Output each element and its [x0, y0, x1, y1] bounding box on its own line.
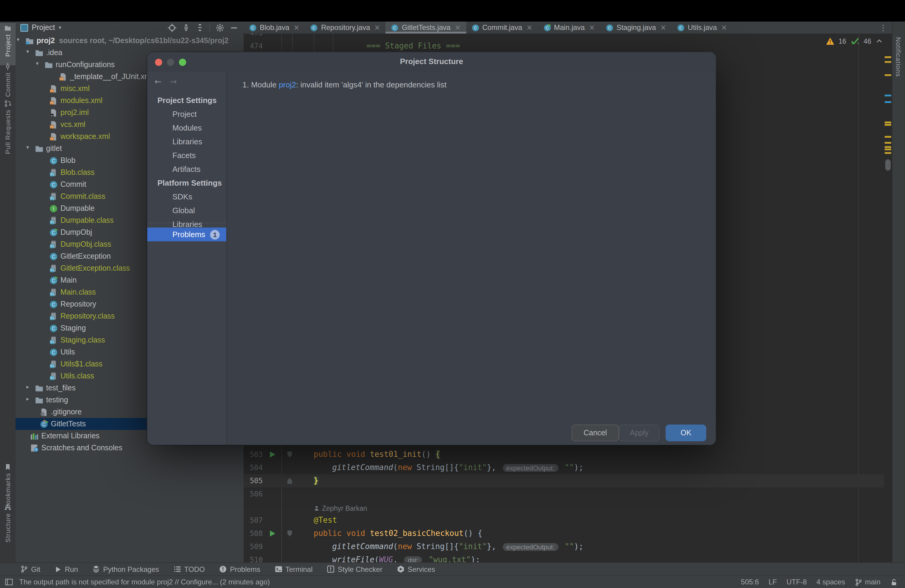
warning-stripe-mark[interactable]: [884, 146, 891, 148]
tool-window-layout-icon[interactable]: [5, 578, 13, 586]
editor-error-stripe[interactable]: [884, 33, 892, 562]
toolwindow-button-terminal[interactable]: Terminal: [275, 565, 313, 573]
expand-arrow-icon[interactable]: ▸: [26, 396, 29, 402]
sidebar-item-libraries[interactable]: Libraries: [147, 135, 226, 148]
collapse-arrow-icon[interactable]: ▾: [26, 49, 29, 54]
code-author-inlay[interactable]: Zephyr Barkan: [314, 502, 367, 515]
line-number: 506: [244, 488, 263, 501]
collapse-arrow-icon[interactable]: ▾: [26, 144, 29, 150]
expand-all-icon[interactable]: [182, 23, 191, 32]
code-text: }: [314, 474, 318, 488]
ok-button[interactable]: OK: [665, 424, 706, 441]
close-tab-icon[interactable]: ×: [721, 23, 727, 32]
info-stripe-mark[interactable]: [884, 101, 891, 103]
stripe-item-notifications[interactable]: Notifications: [895, 37, 902, 77]
code-line-503[interactable]: 503public void test01_init() {: [244, 448, 884, 461]
sidebar-item-project[interactable]: Project: [147, 107, 226, 121]
close-tab-icon[interactable]: ×: [375, 23, 380, 32]
stripe-item-structure[interactable]: Structure: [0, 502, 16, 553]
tab-Staging[interactable]: CStaging.java×: [600, 22, 672, 33]
close-tab-icon[interactable]: ×: [294, 23, 300, 32]
indent-setting[interactable]: 4 spaces: [816, 578, 845, 586]
sidebar-item-modules[interactable]: Modules: [147, 121, 226, 135]
tab-GitletTests[interactable]: CGitletTests.java×: [386, 22, 466, 33]
fold-region-icon[interactable]: [287, 531, 293, 537]
tab-Main[interactable]: CMain.java×: [538, 22, 600, 33]
unlock-icon[interactable]: [890, 578, 898, 586]
tab-options-icon[interactable]: ⋮: [875, 22, 892, 33]
warning-stripe-mark[interactable]: [884, 136, 891, 137]
author-inlay-line[interactable]: Zephyr Barkan: [244, 501, 884, 514]
tab-Utils[interactable]: CUtils.java×: [672, 22, 733, 33]
hide-icon[interactable]: [230, 23, 239, 32]
back-icon[interactable]: ←: [154, 77, 161, 86]
close-tab-icon[interactable]: ×: [660, 23, 666, 32]
stripe-item-project[interactable]: Project: [0, 23, 16, 65]
sidebar-item-sdks[interactable]: SDKs: [147, 190, 226, 203]
problem-module-link[interactable]: proj2: [279, 80, 296, 89]
code-line-474[interactable]: 474=== Staged Files ===: [244, 40, 884, 53]
warning-stripe-mark[interactable]: [884, 61, 891, 63]
project-view-selector[interactable]: Project: [32, 23, 55, 32]
close-tab-icon[interactable]: ×: [589, 23, 595, 32]
warning-stripe-mark[interactable]: [884, 56, 891, 58]
code-line-508[interactable]: 508public void test02_basicCheckout() {: [244, 527, 884, 540]
line-separator[interactable]: LF: [768, 578, 777, 586]
chevron-up-icon[interactable]: [875, 37, 883, 44]
forward-icon[interactable]: →: [170, 77, 176, 86]
git-branch-widget[interactable]: main: [855, 578, 880, 586]
warning-count[interactable]: 16: [838, 37, 846, 44]
status-message[interactable]: The output path is not specified for mod…: [19, 578, 270, 586]
settings-icon[interactable]: [216, 23, 224, 32]
tree-row-proj2[interactable]: ▾proj2sources root, ~/Desktop/cs61bl/su2…: [16, 35, 244, 47]
dialog-titlebar[interactable]: Project Structure: [147, 52, 716, 72]
warning-stripe-mark[interactable]: [884, 74, 891, 76]
scrollbar-thumb[interactable]: [885, 159, 891, 171]
toolwindow-button-run[interactable]: Run: [55, 565, 78, 573]
code-line-504[interactable]: 504gitletCommand(new String[]{"init"}, e…: [244, 461, 884, 474]
toolwindow-button-git[interactable]: Git: [21, 565, 40, 573]
inspections-widget[interactable]: 16 46: [826, 37, 884, 46]
tab-Blob[interactable]: CBlob.java×: [244, 22, 305, 33]
close-tab-icon[interactable]: ×: [526, 23, 532, 32]
code-line-505[interactable]: 505}: [244, 474, 884, 488]
locate-icon[interactable]: [168, 23, 176, 32]
chevron-down-icon[interactable]: ▾: [59, 25, 61, 30]
sidebar-item-global-libraries[interactable]: Global Libraries: [147, 203, 226, 217]
toolwindow-button-style-checker[interactable]: Style Checker: [327, 565, 383, 573]
passed-count[interactable]: 46: [864, 37, 872, 44]
sidebar-item-artifacts[interactable]: Artifacts: [147, 162, 226, 176]
warning-stripe-mark[interactable]: [884, 124, 891, 126]
run-test-icon[interactable]: [270, 451, 275, 458]
fold-region-icon[interactable]: [287, 451, 293, 458]
cancel-button[interactable]: Cancel: [572, 424, 619, 441]
code-line-507[interactable]: 507@Test: [244, 514, 884, 527]
warning-stripe-mark[interactable]: [884, 152, 891, 154]
collapse-arrow-icon[interactable]: ▾: [17, 37, 19, 43]
code-line-473[interactable]: 473: [244, 33, 884, 40]
file-encoding[interactable]: UTF-8: [786, 578, 807, 586]
info-stripe-mark[interactable]: [884, 95, 891, 96]
caret-position[interactable]: 505:6: [741, 578, 759, 586]
warning-stripe-mark[interactable]: [884, 142, 891, 143]
code-line-506[interactable]: 506: [244, 488, 884, 501]
tab-Commit[interactable]: CCommit.java×: [466, 22, 538, 33]
stripe-item-pull-requests[interactable]: Pull Requests: [0, 98, 16, 166]
collapse-all-icon[interactable]: [196, 23, 204, 32]
stripe-item-commit[interactable]: Commit: [0, 61, 16, 99]
sidebar-item-problems[interactable]: Problems1: [147, 227, 226, 241]
toolwindow-button-services[interactable]: Services: [397, 565, 435, 573]
run-test-icon[interactable]: [270, 531, 275, 537]
sidebar-item-facets[interactable]: Facets: [147, 148, 226, 162]
expand-arrow-icon[interactable]: ▸: [26, 384, 29, 390]
warning-stripe-mark[interactable]: [884, 148, 891, 150]
toolwindow-button-todo[interactable]: TODO: [173, 565, 205, 573]
toolwindow-button-python-packages[interactable]: Python Packages: [92, 565, 159, 573]
warning-stripe-mark[interactable]: [884, 122, 891, 123]
tab-Repository[interactable]: CRepository.java×: [305, 22, 386, 33]
toolwindow-button-problems[interactable]: Problems: [219, 565, 260, 573]
code-line-509[interactable]: 509gitletCommand(new String[]{"init"}, e…: [244, 540, 884, 553]
collapse-arrow-icon[interactable]: ▾: [36, 60, 39, 67]
close-tab-icon[interactable]: ×: [455, 23, 460, 32]
code-line-510[interactable]: 510writeFile(WUG, dst: "wug.txt");: [244, 553, 884, 562]
